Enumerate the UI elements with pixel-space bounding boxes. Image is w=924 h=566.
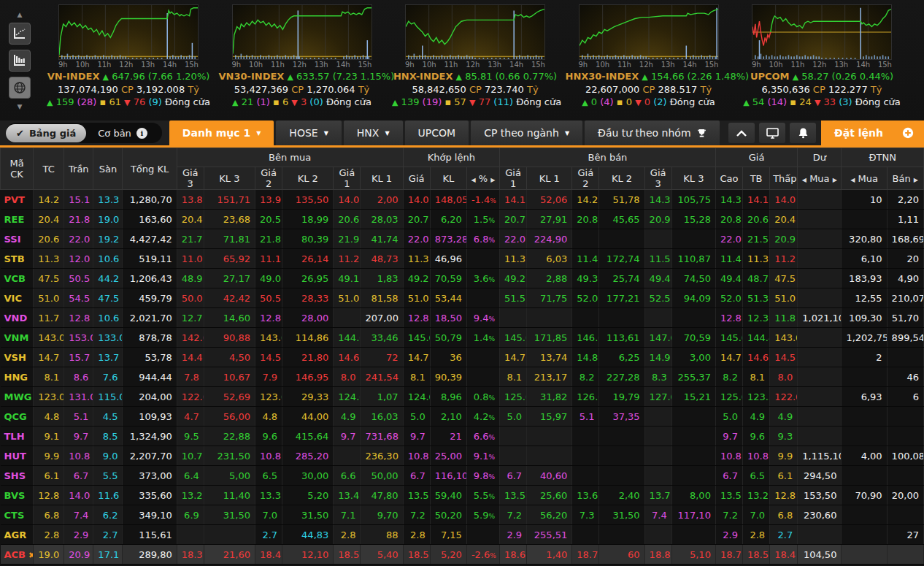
remove-symbol-icon[interactable]: ✖ <box>28 551 34 560</box>
table-row-VIC[interactable]: VIC51.054.547.5459,7950.042,4250.528,335… <box>1 288 924 308</box>
cell: 48,73 <box>361 249 403 269</box>
column-label: KL 3 <box>219 173 239 184</box>
sort-right-icon[interactable]: ▶ <box>490 177 495 183</box>
tab-upcom[interactable]: UPCOM <box>405 121 469 145</box>
symbol-cell[interactable]: VNM <box>1 328 34 348</box>
table-row-VNM[interactable]: VNM143.0153.0133.0878,78142.090,88143.01… <box>1 328 924 348</box>
sort-left-icon[interactable]: ◀ <box>850 177 855 183</box>
sort-left-icon[interactable]: ◀ <box>471 177 475 183</box>
x-tick: 12h <box>639 61 653 69</box>
symbol-cell[interactable]: QCG <box>1 407 34 427</box>
symbol-cell[interactable]: BVS <box>1 486 34 505</box>
board-view-button[interactable]: ✔ Bảng giá <box>6 124 86 142</box>
tab-label: HNX <box>357 127 380 139</box>
notifications-button[interactable] <box>790 123 816 143</box>
cell: 13.7 <box>93 348 123 367</box>
cell: 6,20 <box>430 210 466 229</box>
table-row-REE[interactable]: REE20.421.819.0163,6020.423,6820.518,992… <box>1 210 924 229</box>
sort-right-icon[interactable]: ▶ <box>833 177 837 183</box>
table-row-SSI[interactable]: SSI20.622.019.24,427,4221.771,8121.880,3… <box>1 229 924 249</box>
cell: 70,59 <box>671 328 715 348</box>
cell: 10 <box>842 190 887 210</box>
table-row-CTS[interactable]: CTS6.87.46.2349,106.931,507.031,507.19,7… <box>1 505 924 525</box>
cell: 52.0 <box>715 288 742 308</box>
tab-label: UPCOM <box>418 127 456 139</box>
tab-label: Danh mục 1 <box>182 127 250 139</box>
symbol-cell[interactable]: HUT <box>1 446 34 466</box>
globe-icon[interactable] <box>9 77 31 99</box>
column-header-bán[interactable]: Bán ▶ <box>887 167 923 190</box>
tab-hose[interactable]: HOSE▼ <box>276 121 341 145</box>
table-row-VND[interactable]: VND11.712.810.62,021,7012.714,6012.828,0… <box>1 308 924 328</box>
cell: 10.6 <box>93 249 123 269</box>
column-header-mua[interactable]: ◀ Mua ▶ <box>798 167 842 190</box>
cell: 26,95 <box>282 269 334 288</box>
tab-đầu-tư-theo-nhóm[interactable]: Đầu tư theo nhóm <box>585 121 720 145</box>
table-row-TLH[interactable]: TLH9.19.78.51,324,909.522,889.6415,649.7… <box>1 427 924 446</box>
collapse-button[interactable] <box>728 123 755 143</box>
symbol-cell[interactable]: SSI <box>1 229 34 249</box>
symbol-cell[interactable]: VIC <box>1 288 34 308</box>
column-header-sàn[interactable]: Sàn <box>93 148 123 190</box>
table-row-AGR[interactable]: AGR2.82.92.7115,612.744,832.8882.87,152.… <box>1 525 924 545</box>
cell: 51.0 <box>770 288 798 308</box>
table-row-PVT[interactable]: PVT14.215.113.31,280,7013.8151,7113.9135… <box>1 190 924 210</box>
symbol-cell[interactable]: REE <box>1 210 34 229</box>
symbol-cell[interactable]: TLH <box>1 427 34 446</box>
table-row-HUT[interactable]: HUT9.910.89.02,207,7010.7231,5010.8285,2… <box>1 446 924 466</box>
bar-chart-icon[interactable] <box>9 50 31 72</box>
column-header-trần[interactable]: Trần <box>64 148 93 190</box>
symbol-cell[interactable]: SHS <box>1 466 34 486</box>
symbol-cell[interactable]: PVT <box>1 190 34 210</box>
place-order-button[interactable]: Đặt lệnh <box>821 121 924 145</box>
cell: 14.5 <box>255 348 282 367</box>
index-headline: VN-INDEX ▲ 647.96 (7.66 1.20%) <box>45 70 212 83</box>
tab-cp-theo-ngành[interactable]: CP theo ngành▼ <box>471 121 582 145</box>
symbol-cell[interactable]: VCB <box>1 269 34 288</box>
column-header-mã-ck[interactable]: Mã CK <box>1 148 34 190</box>
chevron-down-icon[interactable]: ▼ <box>18 104 23 110</box>
cell <box>572 308 599 328</box>
table-row-SHS[interactable]: SHS6.16.75.5373,006.45,006.530,006.650,0… <box>1 466 924 486</box>
basic-view-button[interactable]: Cơ bản i <box>86 128 152 139</box>
chevron-up-icon[interactable]: ▲ <box>18 12 23 18</box>
cell <box>572 466 599 486</box>
tab-hnx[interactable]: HNX▼ <box>344 121 403 145</box>
sort-left-icon[interactable]: ◀ <box>802 177 806 183</box>
table-row-HNG[interactable]: HNG8.18.67.6944,447.810,677.9146,958.024… <box>1 367 924 387</box>
monitor-button[interactable] <box>759 123 785 143</box>
column-header-tổng-kl[interactable]: Tổng KL <box>123 148 177 190</box>
symbol-cell[interactable]: STB <box>1 249 34 269</box>
line-chart-icon[interactable] <box>9 23 31 45</box>
cell: 8,00 <box>671 486 715 505</box>
cell <box>644 229 671 249</box>
cell: 52.0 <box>572 288 599 308</box>
symbol-cell[interactable]: HNG <box>1 367 34 387</box>
table-row-ACB[interactable]: ACB✖19.020.917.1289,8018.321,6018.412,10… <box>1 545 924 565</box>
symbol-cell[interactable]: AGR <box>1 525 34 545</box>
index-volume: 22,607,000 CP 288.517 Tỷ <box>566 83 732 96</box>
tab-danh-mục-1[interactable]: Danh mục 1▼ <box>169 121 274 145</box>
column-header-%[interactable]: ◀ % ▶ <box>466 167 499 190</box>
symbol-cell[interactable]: CTS <box>1 505 34 525</box>
sort-right-icon[interactable]: ▶ <box>914 177 918 183</box>
table-row-MWG[interactable]: MWG123.0131.0115.0204,00122.052,69123.02… <box>1 387 924 407</box>
table-row-VSH[interactable]: VSH14.715.713.753,7814.44,5014.521,8014.… <box>1 348 924 367</box>
cell: 285,20 <box>282 446 334 466</box>
table-row-BVS[interactable]: BVS12.814.011.6335,6013.211,4013.35,2013… <box>1 486 924 505</box>
symbol-cell[interactable]: VSH <box>1 348 34 367</box>
cell: 8.2 <box>572 367 599 387</box>
trophy-icon <box>697 129 707 138</box>
cell: 13.3 <box>255 486 282 505</box>
column-header-mua[interactable]: ◀ Mua <box>842 167 887 190</box>
symbol-cell[interactable]: MWG <box>1 387 34 407</box>
table-row-STB[interactable]: STB11.312.010.6519,1111.065,9211.126,141… <box>1 249 924 269</box>
cell: 123.0 <box>255 387 282 407</box>
cell: 27,91 <box>527 210 572 229</box>
cell: 6,10 <box>842 249 887 269</box>
symbol-cell[interactable]: VND <box>1 308 34 328</box>
column-header-tc[interactable]: TC <box>34 148 64 190</box>
symbol-cell[interactable]: ACB✖ <box>1 545 34 565</box>
table-row-QCG[interactable]: QCG4.85.14.5109,934.756,004.844,004.916,… <box>1 407 924 427</box>
table-row-VCB[interactable]: VCB47.550.544.21,206,4348.927,1749.026,9… <box>1 269 924 288</box>
